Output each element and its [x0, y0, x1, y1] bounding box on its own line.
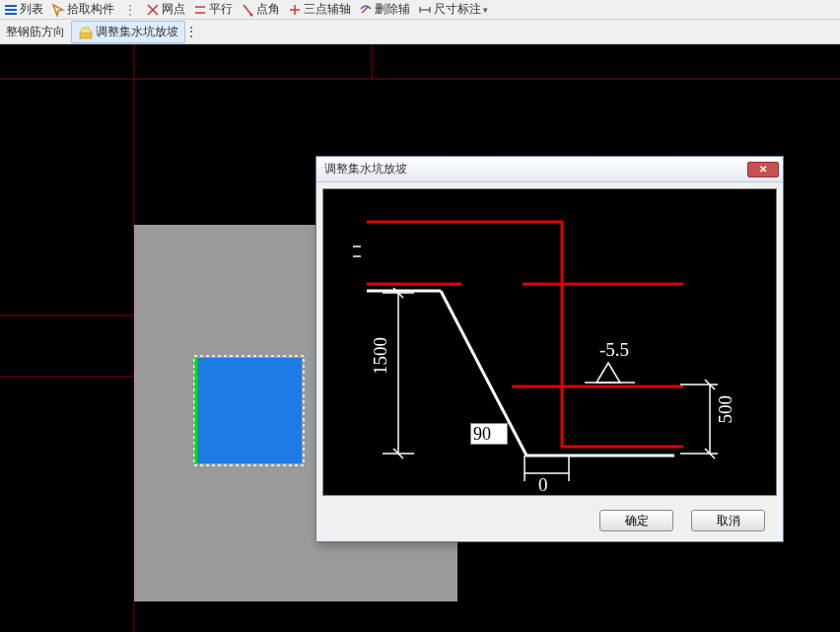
tb-item-grid-point[interactable]: 网点 — [146, 1, 185, 18]
tb-item-point-angle[interactable]: 点角 — [241, 1, 280, 18]
svg-rect-15 — [80, 33, 92, 38]
close-button[interactable]: ✕ — [747, 162, 779, 177]
dialog-title-text: 调整集水坑放坡 — [324, 161, 747, 177]
tb-item-parallel[interactable]: 平行 — [193, 1, 233, 18]
tb-label: 点角 — [256, 1, 280, 18]
grid-point-icon — [146, 3, 160, 17]
tb-item-list[interactable]: 列表 — [4, 1, 43, 18]
three-point-icon — [288, 3, 302, 17]
sub-toolbar: 整钢筋方向 调整集水坑放坡 ⋮ — [0, 20, 840, 44]
tb-label: 三点辅轴 — [304, 1, 351, 18]
parallel-icon — [193, 3, 207, 17]
tb-label: 删除辅 — [375, 1, 410, 18]
tb-item-three-point[interactable]: 三点辅轴 — [288, 1, 351, 18]
dropdown-arrow: ▾ — [483, 5, 488, 15]
tb-label: 网点 — [162, 1, 185, 18]
tb-item-dimension[interactable]: 尺寸标注 ▾ — [418, 1, 488, 18]
dim-right-label: 500 — [715, 395, 736, 424]
separator: ⋮ — [185, 25, 197, 38]
btn-label: 调整集水坑放坡 — [96, 24, 178, 40]
elevation-label: -5.5 — [599, 339, 629, 361]
pick-icon — [51, 3, 65, 17]
svg-point-8 — [250, 13, 253, 16]
delete-aux-icon — [359, 3, 373, 17]
tb-item-pick[interactable]: 拾取构件 — [51, 1, 114, 18]
btn-label: 整钢筋方向 — [6, 24, 65, 40]
dialog-body: 1500 500 0 -5.5 — [322, 188, 777, 496]
canvas-area[interactable]: 调整集水坑放坡 ✕ — [0, 44, 840, 632]
tb-label: 列表 — [20, 1, 43, 18]
svg-rect-2 — [5, 13, 17, 15]
dim-bottom-label: 0 — [538, 474, 548, 496]
top-toolbar: 列表 拾取构件 ⋮ 网点 平行 点角 三点辅轴 删除辅 — [0, 0, 840, 20]
btn-adjust-sump-slope[interactable]: 调整集水坑放坡 — [71, 21, 185, 43]
svg-rect-0 — [5, 5, 17, 7]
tb-label: 平行 — [209, 1, 233, 18]
list-icon — [4, 3, 18, 17]
svg-rect-22 — [196, 358, 302, 463]
dim-depth-label: 1500 — [370, 337, 391, 375]
btn-adjust-rebar-direction[interactable]: 整钢筋方向 — [0, 22, 71, 42]
dialog-footer: 确定 取消 — [316, 502, 783, 539]
dimension-icon — [418, 3, 432, 17]
separator: ⋮ — [122, 3, 138, 17]
angle-input[interactable] — [470, 423, 508, 445]
tb-item-delete-aux[interactable]: 删除辅 — [359, 1, 410, 18]
sump-slope-dialog: 调整集水坑放坡 ✕ — [315, 156, 784, 542]
point-angle-icon — [241, 3, 254, 17]
confirm-button[interactable]: 确定 — [599, 510, 673, 531]
svg-line-7 — [244, 5, 251, 15]
sump-diagram — [323, 189, 778, 495]
svg-rect-1 — [5, 9, 17, 11]
cancel-button[interactable]: 取消 — [691, 510, 765, 531]
tb-label: 尺寸标注 — [434, 1, 481, 18]
tb-label: 拾取构件 — [67, 1, 114, 18]
sump-icon — [78, 25, 92, 38]
dialog-titlebar[interactable]: 调整集水坑放坡 ✕ — [316, 157, 783, 182]
close-icon: ✕ — [759, 164, 767, 175]
